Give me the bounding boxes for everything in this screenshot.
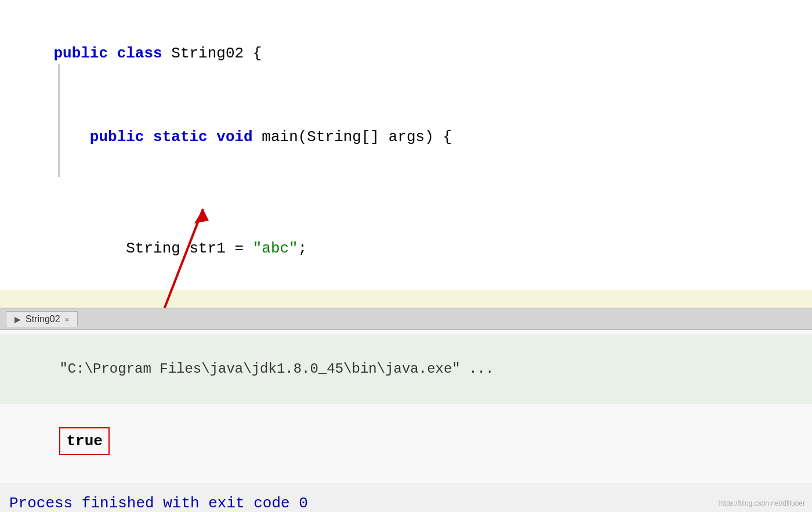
left-border	[58, 64, 60, 177]
console-tab-string02[interactable]: ▶ String02 ×	[6, 311, 78, 327]
process-finished-line: Process finished with exit code 0	[0, 495, 812, 512]
true-output-box: true	[59, 427, 109, 455]
console-content: "C:\Program Files\java\jdk1.8.0_45\bin\j…	[0, 330, 812, 483]
tab-label: String02	[26, 314, 60, 324]
watermark: https://blog.csdn.net/dllluoer	[719, 499, 805, 507]
code-line-1: public class String02 {	[17, 12, 795, 95]
code-line-4: String str1 = "abc";	[17, 207, 795, 290]
console-area: ▶ String02 × "C:\Program Files\java\jdk1…	[0, 308, 812, 512]
tab-run-icon: ▶	[14, 315, 21, 324]
editor-area: public class String02 { public static vo…	[0, 0, 812, 308]
console-output-true: true	[9, 404, 803, 478]
code-line-2: public static void main(String[] args) {	[17, 95, 795, 179]
console-command-line: "C:\Program Files\java\jdk1.8.0_45\bin\j…	[0, 334, 812, 404]
console-tabs-bar: ▶ String02 ×	[0, 309, 812, 330]
code-line-3	[17, 179, 795, 207]
tab-close-button[interactable]: ×	[65, 315, 70, 324]
